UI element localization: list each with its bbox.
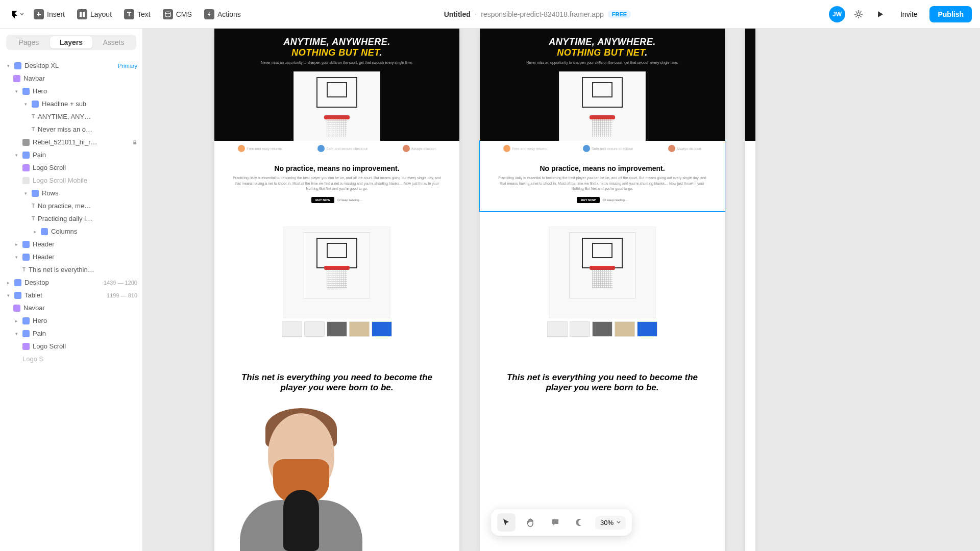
caret-icon[interactable]: ▸ [5,280,11,286]
cursor-tool[interactable] [497,513,516,532]
tree-never-miss-text[interactable]: T Never miss an o… [0,123,142,136]
tree-tablet-pain[interactable]: ▾ Pain [0,327,142,340]
tree-desktop[interactable]: ▸ Desktop 1439 — 1200 [0,276,142,289]
caret-icon[interactable]: ▾ [13,254,19,260]
frame-desktop[interactable]: ANYTIME, ANYWHERE. NOTHING BUT NET. Neve… [480,29,725,551]
avatar[interactable]: JW [829,6,845,22]
layout-button[interactable]: Layout [72,6,117,22]
project-title[interactable]: Untitled [444,10,471,18]
pain-buttons: BUY NOW Or keep reading… [230,197,444,203]
pain-buttons: BUY NOW Or keep reading… [495,197,709,203]
thumbnail [327,321,347,337]
thumbnail [592,321,612,337]
pain-section: No practice, means no improvement. Pract… [214,156,459,211]
caret-icon[interactable]: ▾ [22,101,29,107]
text-type-icon: T [32,114,35,119]
cms-button[interactable]: CMS [158,6,197,22]
tree-label: Headline + sub [42,100,137,108]
dark-mode-toggle[interactable] [571,513,589,532]
tree-logo-scroll[interactable]: Logo Scroll [0,161,142,174]
tree-anytime-text[interactable]: T ANYTIME, ANY… [0,110,142,123]
stack-icon [22,241,30,248]
zoom-select[interactable]: 30% [595,516,626,530]
caret-icon[interactable]: ▾ [13,331,19,337]
frame-icon [14,62,21,69]
framer-menu-button[interactable] [8,5,27,23]
tab-pages[interactable]: Pages [8,36,50,48]
hero-subtitle: Never miss an opportunity to sharpen you… [225,60,449,65]
text-button[interactable]: Text [119,6,156,22]
stack-icon [41,228,48,235]
pain-heading: No practice, means no improvement. [495,164,709,172]
tree-tablet-navbar[interactable]: Navbar [0,302,142,314]
caret-icon[interactable]: ▾ [13,88,19,94]
publish-button[interactable]: Publish [929,6,972,22]
comment-tool[interactable] [546,513,565,532]
actions-button[interactable]: Actions [199,6,246,22]
hero-line2: NOTHING BUT NET [291,47,379,58]
tree-label: Tablet [24,291,104,299]
lock-icon [132,140,137,145]
tree-this-net-text[interactable]: T This net is everythin… [0,263,142,276]
tree-header-1[interactable]: ▸ Header [0,238,142,251]
tree-tablet-logo-s[interactable]: Logo S [0,353,142,365]
tree-logo-scroll-mobile[interactable]: Logo Scroll Mobile [0,174,142,187]
product-gallery [214,211,459,342]
caret-icon[interactable]: ▾ [5,63,11,69]
tree-pain[interactable]: ▾ Pain [0,148,142,161]
thumbnail [615,321,635,337]
caret-icon[interactable]: ▾ [13,152,19,158]
cms-icon [163,9,173,19]
invite-button[interactable]: Invite [893,7,924,21]
logo-strip: Free and easy returns. Safe and secure c… [214,141,459,156]
tree-navbar[interactable]: Navbar [0,72,142,85]
tab-layers[interactable]: Layers [50,36,92,48]
tree-desktop-xl[interactable]: ▾ Desktop XL Primary [0,59,142,72]
settings-button[interactable] [850,6,867,22]
tree-practicing-text[interactable]: T Practicing daily i… [0,212,142,225]
text-icon [124,9,134,19]
caret-icon[interactable]: ▸ [13,241,19,247]
layer-tree[interactable]: ▾ Desktop XL Primary Navbar ▾ Hero ▾ Hea… [0,56,142,551]
project-domain[interactable]: responsible-predict-824018.framer.app [481,10,603,18]
hand-tool[interactable] [522,513,540,532]
hero-headline: ANYTIME, ANYWHERE. NOTHING BUT NET. [225,37,449,58]
tab-assets[interactable]: Assets [92,36,135,48]
tree-header-2[interactable]: ▾ Header [0,251,142,263]
return-icon [238,145,245,152]
caret-icon[interactable]: ▾ [22,190,29,196]
caret-icon[interactable]: ▸ [13,318,19,324]
caret-icon[interactable]: ▸ [32,229,38,235]
webcam-overlay [235,398,368,551]
component-icon [22,164,30,171]
tree-tablet-hero[interactable]: ▸ Hero [0,314,142,327]
preview-button[interactable] [872,6,888,22]
hero-section: ANYTIME, ANYWHERE. NOTHING BUT NET. Neve… [214,29,459,141]
tree-rows[interactable]: ▾ Rows [0,187,142,199]
tree-tablet-logo-scroll[interactable]: Logo Scroll [0,340,142,353]
strip-text: Safe and secure checkout [326,147,368,151]
discount-icon [668,145,675,152]
strip-text: Always discoun [677,147,701,151]
tree-rebel-image[interactable]: Rebel_521011_hi_r… [0,136,142,148]
panel-tabs: Pages Layers Assets [6,35,136,50]
logo-strip: Free and easy returns. Safe and secure c… [480,141,725,156]
tree-tablet[interactable]: ▾ Tablet 1199 — 810 [0,289,142,302]
tree-no-practice-text[interactable]: T No practice, me… [0,199,142,212]
tree-columns[interactable]: ▸ Columns [0,225,142,238]
comment-icon [551,518,560,527]
toolbar-center: Untitled · responsible-predict-824018.fr… [250,10,825,19]
insert-button[interactable]: Insert [29,6,70,22]
frame-icon [14,279,21,286]
svg-rect-0 [80,12,82,17]
selected-section: Free and easy returns. Safe and secure c… [480,141,725,211]
tree-hero[interactable]: ▾ Hero [0,85,142,97]
top-toolbar: Insert Layout Text CMS Actions Untitled … [0,0,980,29]
canvas[interactable]: ANYTIME, ANYWHERE. NOTHING BUT NET. Neve… [143,29,980,551]
basketball-hoop-image [559,71,646,141]
frame-tablet-sliver[interactable] [745,29,755,551]
tree-headline-sub[interactable]: ▾ Headline + sub [0,97,142,110]
frame-icon [14,292,21,299]
caret-icon[interactable]: ▾ [5,292,11,298]
hero-line1: ANYTIME, ANYWHERE. [549,37,655,47]
